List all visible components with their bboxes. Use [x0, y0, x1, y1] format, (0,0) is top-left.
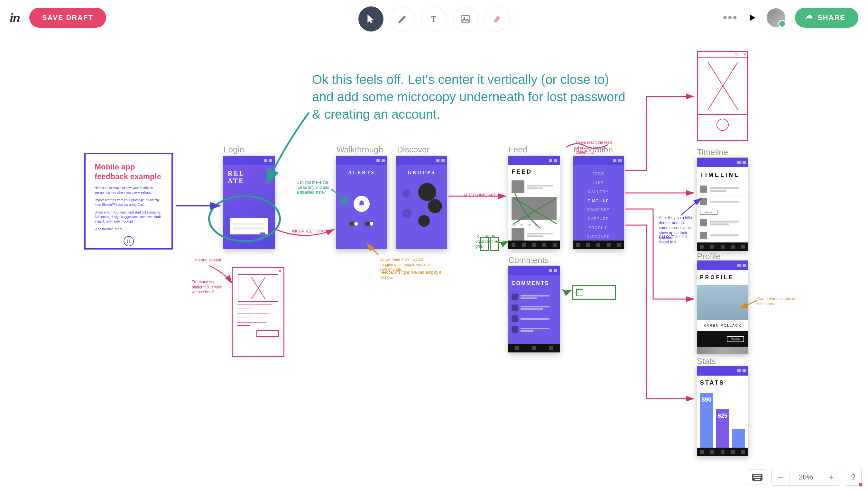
svg-rect-8 — [759, 475, 761, 476]
invision-logo: in — [10, 10, 20, 25]
nav-item: PROFILE — [573, 223, 624, 232]
svg-rect-6 — [755, 475, 757, 476]
image-tool[interactable] — [453, 6, 478, 31]
label-walkthrough: Walkthrough — [337, 145, 383, 155]
pause-icon: II — [123, 236, 134, 246]
label-timeline: Timeline — [697, 147, 728, 157]
pencil-tool[interactable] — [390, 6, 415, 31]
screen-navigation[interactable]: FEED LIST GALLERY TIMELINE COMPOSE CAPTU… — [573, 156, 624, 249]
stat-bar-2: 625 — [716, 409, 729, 448]
screen-login[interactable]: REL ATE — [223, 156, 275, 249]
note-missing: Missing screen! — [194, 258, 221, 263]
label-comments: Comments — [508, 255, 549, 265]
text-icon: T — [429, 14, 439, 24]
stat-bar-3 — [732, 429, 745, 448]
label-discover: Discover — [397, 145, 430, 155]
screen-feed[interactable]: FEED 000000000 — [508, 156, 560, 249]
svg-rect-11 — [757, 477, 758, 478]
svg-rect-7 — [757, 475, 758, 476]
nav-item: LIST — [573, 178, 624, 187]
bell-icon — [354, 196, 370, 212]
comments-title: COMMENTS — [508, 275, 560, 291]
intro-p3: Share it with your team and start collab… — [95, 210, 163, 224]
note-profile: Can better describe our intentions. — [757, 296, 802, 306]
screen-comments[interactable]: COMMENTS — [508, 266, 560, 352]
intro-sig: -The InVision Team — [95, 227, 163, 231]
note-users: Users reach the feed at search here for … — [576, 140, 614, 155]
screen-timeline[interactable]: TIMELINE VIEW ALL — [697, 157, 748, 251]
label-feed: Feed — [508, 145, 527, 155]
share-button[interactable]: SHARE — [795, 8, 858, 28]
cursor-icon — [366, 14, 376, 24]
keyboard-icon — [752, 474, 763, 481]
more-menu-button[interactable]: ••• — [723, 11, 738, 25]
comment-highlight — [572, 285, 616, 300]
app-header: in SAVE DRAFT T ••• SHARE — [0, 0, 868, 35]
wireframe-missing-screen[interactable]: ✕ — [232, 267, 284, 357]
label-stats: Stats — [697, 356, 716, 366]
svg-rect-10 — [755, 477, 757, 478]
profile-name: KAREN POLLACK — [697, 320, 748, 331]
bottom-controls: − 20% + ? — [748, 469, 862, 486]
intro-card: Mobile app feedback example Here's an ex… — [84, 153, 173, 249]
wireframe-timeline[interactable]: ▢ — ✕ – — [697, 51, 748, 141]
nav-item: DISCOVER — [573, 232, 624, 241]
user-avatar[interactable] — [767, 8, 785, 27]
eraser-tool[interactable] — [484, 6, 510, 31]
note-platform: Freehand is a platform & is what we use … — [192, 280, 227, 295]
image-icon — [461, 14, 471, 24]
profile-title: PROFILE — [697, 270, 748, 285]
save-draft-button[interactable]: SAVE DRAFT — [29, 8, 106, 28]
follow-button: FOLLOW — [727, 336, 744, 342]
nav-item: FEED — [573, 169, 624, 178]
label-login: Login — [224, 145, 244, 155]
help-button[interactable]: ? — [845, 469, 862, 486]
text-tool[interactable]: T — [421, 6, 447, 31]
zoom-out-button[interactable]: − — [772, 469, 790, 485]
keyboard-shortcuts-button[interactable] — [748, 469, 767, 485]
feed-title: FEED — [508, 165, 560, 178]
nav-item: COMPOSE — [573, 205, 624, 214]
note-simplify: Feedback is right. We can simplify it fo… — [380, 270, 444, 280]
view-all-button: VIEW ALL — [700, 210, 718, 215]
zoom-control: − 20% + — [771, 469, 840, 486]
present-button[interactable] — [747, 5, 757, 30]
screen-profile[interactable]: PROFILE KAREN POLLACK FOLLOW — [697, 261, 748, 354]
login-title: REL ATE — [223, 165, 275, 189]
screen-stats[interactable]: STATS 890 625 — [697, 366, 748, 456]
groups-title: GROUPS — [396, 165, 447, 180]
nav-item: GALLERY — [573, 187, 624, 196]
zoom-value: 20% — [790, 469, 822, 485]
eraser-icon — [492, 14, 502, 24]
svg-rect-9 — [753, 477, 755, 478]
freehand-canvas[interactable]: Ok this feels off. Let's center it verti… — [0, 35, 868, 492]
tool-palette: T — [358, 6, 510, 31]
pencil-icon — [397, 14, 407, 24]
login-form — [230, 218, 268, 235]
svg-rect-5 — [753, 475, 755, 476]
share-label: SHARE — [818, 14, 845, 22]
main-annotation: Ok this feels off. Let's center it verti… — [312, 71, 634, 123]
note-timeline2: I'd LOVE this if it linked to it. — [659, 235, 694, 245]
select-tool[interactable] — [358, 6, 384, 31]
label-profile: Profile — [697, 251, 721, 262]
screen-walkthrough[interactable]: ALERTS — [336, 156, 387, 249]
stat-bar-1: 890 — [700, 393, 713, 448]
svg-text:T: T — [431, 15, 436, 23]
zoom-in-button[interactable]: + — [822, 469, 840, 485]
timeline-title: TIMELINE — [697, 167, 748, 183]
note-after: AFTER ONBOARDING — [463, 193, 504, 198]
intro-title: Mobile app feedback example — [95, 162, 163, 181]
nav-item: TIMELINE — [573, 196, 624, 205]
play-icon — [747, 13, 757, 23]
stats-title: STATS — [697, 376, 748, 390]
alerts-title: ALERTS — [336, 165, 387, 180]
screen-discover[interactable]: GROUPS — [396, 156, 447, 249]
nav-item: CAPTURE — [573, 214, 624, 223]
intro-p2: Import screens from your prototype or di… — [95, 198, 163, 207]
share-arrow-icon — [805, 14, 814, 22]
note-toggle: Can you make this not so tiny and add a … — [297, 180, 332, 195]
note-incorrect: INCORRECT STATE — [292, 229, 328, 234]
header-right: ••• SHARE — [723, 5, 858, 30]
intro-p1: Here's an example of how your feedback s… — [95, 186, 163, 195]
